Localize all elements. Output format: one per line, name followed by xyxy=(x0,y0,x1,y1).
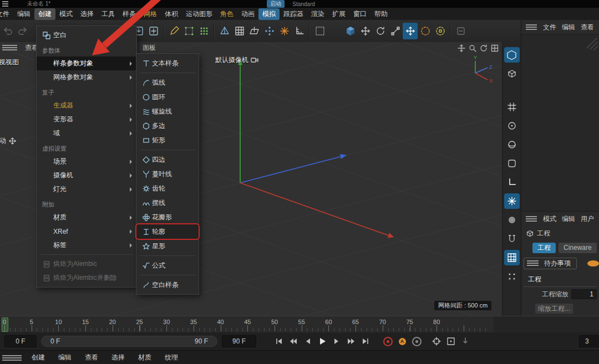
object-manager-menu-icon[interactable] xyxy=(526,27,537,28)
om-menu-file[interactable]: 文件 xyxy=(540,23,559,32)
menu-spline[interactable]: 样条 xyxy=(119,8,140,20)
menu-item-deformers[interactable]: 变形器 xyxy=(37,112,136,126)
tab-todo[interactable]: 待办事项 xyxy=(524,258,577,269)
tab-cineware[interactable]: Cineware xyxy=(559,243,597,253)
play-icon[interactable] xyxy=(315,335,329,347)
menu-window[interactable]: 窗口 xyxy=(349,8,370,20)
submenu-item-flower[interactable]: 花瓣形 xyxy=(136,210,199,224)
menu-item-xref[interactable]: XRef xyxy=(37,224,136,238)
autokey-icon[interactable]: A xyxy=(395,335,409,347)
tweak-mode-icon[interactable] xyxy=(504,269,520,284)
submenu-item-nside[interactable]: 多边 xyxy=(136,119,199,133)
edit-points-icon[interactable] xyxy=(181,23,196,39)
layout-switcher[interactable]: 启动 xyxy=(267,0,285,8)
menu-extensions[interactable]: 扩展 xyxy=(328,8,349,20)
start-frame-input[interactable]: 0 F xyxy=(4,335,37,347)
menu-mesh[interactable]: 网格 xyxy=(140,8,161,20)
vp-menu-panel[interactable]: 面板 xyxy=(138,43,160,53)
material-menu-icon[interactable] xyxy=(2,357,22,358)
point-grid-icon[interactable] xyxy=(196,23,211,39)
position-track-icon[interactable] xyxy=(429,335,444,347)
workplane-icon[interactable] xyxy=(247,23,262,39)
menu-item-generators[interactable]: 生成器 xyxy=(37,99,136,112)
end-frame-input[interactable]: 90 F xyxy=(222,335,256,347)
renderer-label[interactable]: Standard xyxy=(292,1,315,7)
submenu-item-text-spline[interactable]: 文本样条 xyxy=(136,56,199,70)
am-menu-user[interactable]: 用户 xyxy=(578,214,597,224)
submenu-item-circle[interactable]: 圆环 xyxy=(136,90,199,104)
submenu-item-cogwheel[interactable]: 齿轮 xyxy=(136,181,199,196)
axis-lock-icon[interactable] xyxy=(453,23,468,39)
submenu-item-arc[interactable]: 弧线 xyxy=(136,75,199,90)
next-frame-icon[interactable] xyxy=(329,335,344,347)
magnet-icon[interactable] xyxy=(504,231,520,247)
menu-mograph[interactable]: 运动图形 xyxy=(182,8,216,20)
prev-frame-icon[interactable] xyxy=(301,335,315,347)
next-key-icon[interactable] xyxy=(344,335,358,347)
timeline-ruler[interactable]: 05101520253035404550556065707580 xyxy=(0,316,599,333)
menu-item-null[interactable]: 空白 xyxy=(37,28,136,42)
menu-help[interactable]: 帮助 xyxy=(370,8,392,20)
menu-item-spline-parametric[interactable]: 样条参数对象 xyxy=(37,57,136,70)
view-cube-icon[interactable] xyxy=(343,23,358,39)
submenu-item-star[interactable]: 星形 xyxy=(136,239,199,253)
measure-icon[interactable] xyxy=(292,23,307,39)
make-editable-icon[interactable] xyxy=(504,47,520,63)
goto-start-icon[interactable] xyxy=(272,335,286,347)
record-keyframe-icon[interactable] xyxy=(380,335,395,347)
preview-range-slider[interactable]: 0 F 90 F xyxy=(41,336,217,347)
menu-edit[interactable]: 编辑 xyxy=(13,8,34,20)
menu-create[interactable]: 创建 xyxy=(34,8,55,20)
menu-render[interactable]: 渲染 xyxy=(307,8,328,20)
am-menu-edit[interactable]: 编辑 xyxy=(559,214,578,224)
tab-dynamics[interactable]: 动 xyxy=(585,258,599,269)
submenu-item-formula[interactable]: 公式 xyxy=(136,258,199,273)
mat-menu-material[interactable]: 材质 xyxy=(131,353,158,362)
viewport-menu-icon[interactable] xyxy=(2,47,17,48)
keyframe-selection-icon[interactable] xyxy=(409,335,424,347)
parameter-track-icon[interactable] xyxy=(444,335,458,347)
mat-menu-create[interactable]: 创建 xyxy=(25,353,52,362)
prev-key-icon[interactable] xyxy=(286,335,301,347)
goto-end-icon[interactable] xyxy=(358,335,373,347)
save-incremental-icon[interactable] xyxy=(146,23,161,39)
undo-icon[interactable] xyxy=(0,23,15,39)
app-menu-icon[interactable] xyxy=(2,3,8,4)
submenu-item-4side[interactable]: 四边 xyxy=(136,152,199,167)
prism-icon[interactable] xyxy=(217,23,232,39)
menu-item-material[interactable]: 材质 xyxy=(37,211,136,224)
viewport-solo-icon[interactable] xyxy=(504,212,520,228)
menu-file[interactable]: 文件 xyxy=(0,8,13,20)
menu-volume[interactable]: 体积 xyxy=(161,8,182,20)
mat-menu-edit[interactable]: 编辑 xyxy=(52,353,78,362)
tab-project[interactable]: 工程 xyxy=(532,243,556,253)
menu-item-camera[interactable]: 摄像机 xyxy=(37,168,136,182)
polygons-mode-icon[interactable] xyxy=(504,175,520,190)
workplane-mode-icon[interactable] xyxy=(504,99,520,115)
magnet-points-icon[interactable] xyxy=(262,23,277,39)
move-tool-icon[interactable] xyxy=(358,23,373,39)
axis-gizmo[interactable]: Y Z X xyxy=(463,54,496,87)
menu-item-fields[interactable]: 域 xyxy=(37,126,136,140)
mat-menu-select[interactable]: 选择 xyxy=(105,353,131,362)
menu-item-scene[interactable]: 场景 xyxy=(37,155,136,168)
object-manager-list[interactable] xyxy=(521,34,599,212)
reduction-icon[interactable] xyxy=(458,335,473,347)
menu-select[interactable]: 选择 xyxy=(77,8,98,20)
rotate-band-icon[interactable] xyxy=(418,23,433,39)
submenu-item-helix[interactable]: 螺旋线 xyxy=(136,104,199,119)
attribute-menu-icon[interactable] xyxy=(526,218,537,219)
om-menu-edit[interactable]: 编辑 xyxy=(559,23,578,32)
range-end-label[interactable]: 90 F xyxy=(195,337,208,345)
am-menu-mode[interactable]: 模式 xyxy=(540,214,559,224)
edges-mode-icon[interactable] xyxy=(504,156,520,171)
fps-value-box[interactable]: 3 xyxy=(579,335,599,347)
scale-band-icon[interactable] xyxy=(433,23,448,39)
submenu-item-rectangle[interactable]: 矩形 xyxy=(136,133,199,147)
submenu-item-profile[interactable]: 轮廓 xyxy=(136,224,199,239)
menu-tracker[interactable]: 跟踪器 xyxy=(280,8,307,20)
menu-tools[interactable]: 工具 xyxy=(98,8,119,20)
menu-item-light[interactable]: 灯光 xyxy=(37,182,136,196)
snap-icon[interactable] xyxy=(277,23,292,39)
om-menu-view[interactable]: 查看 xyxy=(578,23,597,32)
